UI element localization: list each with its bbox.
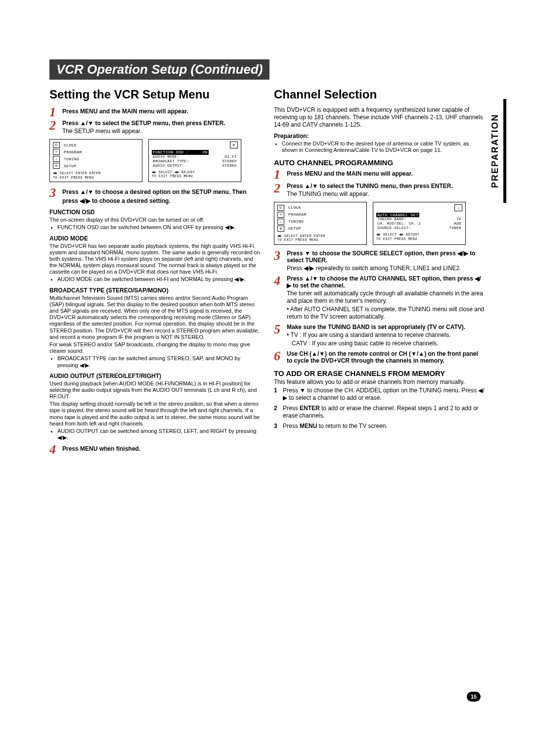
osd-screenshots: ⏲CLOCK ≡PROGRAM ♪TUNING ⚙SETUP ◀▶ SELECT… (49, 139, 260, 182)
list-item: 3Press MENU to return to the TV screen. (274, 423, 485, 430)
bullet-item: AUDIO OUTPUT can be switched among STERE… (57, 428, 260, 441)
osd-item: CLOCK (64, 143, 77, 148)
osd-footer: ◀▶ SELECT ◀▶ ADJUSTTO EXIT PRESS MENU (376, 233, 462, 241)
body-text: This feature allows you to add or erase … (274, 378, 485, 386)
memory-head: TO ADD OR ERASE CHANNELS FROM MEMORY (274, 369, 485, 378)
right-heading: Channel Selection (274, 88, 485, 101)
bullet-item: FUNCTION OSD can be switched between ON … (57, 224, 260, 231)
setup-icon: ⚙ (53, 163, 60, 169)
osd-setup-menu: ⚙ FUNCTION OSD : ON AUDIO MODE:HI-FI BRO… (148, 139, 241, 182)
step-text: Press ▼ to choose the SOURCE SELECT opti… (287, 250, 485, 264)
osd-tuning-menu: ♪ AUTO CHANNEL SET TUNING BAND:TV CH. AD… (373, 202, 466, 245)
step-text: Press ▲/▼ to choose a desired option on … (62, 189, 246, 204)
left-step-3: 3 Press ▲/▼ to choose a desired option o… (49, 187, 260, 205)
clock-icon: ⏲ (53, 142, 60, 148)
step-number-icon: 5 (274, 324, 284, 335)
osd-item: BROADCAST TYPE:STEREO (152, 159, 238, 164)
program-icon: ≡ (277, 212, 284, 218)
program-icon: ≡ (53, 149, 60, 155)
right-step-6: 6 Use CH (▲/▼) on the remote control or … (274, 350, 485, 364)
osd-item: CLOCK (288, 205, 301, 210)
osd-item: CH. ADD/DEL: CH. 2ADD (376, 222, 462, 226)
tuning-icon: ♪ (277, 219, 284, 225)
step-text: Press MENU and the MAIN menu will appear… (62, 108, 188, 115)
bullet-item: AUDIO MODE can be switched between HI-FI… (57, 276, 260, 283)
step-number-icon: 1 (49, 106, 59, 118)
osd-main-menu: ⏲CLOCK ≡PROGRAM ♪TUNING ⚙SETUP ◀▶ SELECT… (274, 202, 367, 245)
step-subtext: The TUNING menu will appear. (287, 190, 485, 198)
subhead-function-osd: FUNCTION OSD (49, 209, 260, 216)
step-number-icon: 4 (274, 275, 284, 286)
body-text: The on-screen display of this DVD+VCR ca… (49, 217, 260, 223)
osd-footer: ◀▶ SELECT ENTER ENTERTO EXIT PRESS MENU (53, 171, 139, 180)
osd-item: SETUP (64, 164, 77, 169)
body-text: Multichannel Television Sound (MTS) carr… (49, 295, 260, 340)
step-number-icon: 6 (274, 350, 284, 362)
step-subtext: CATV : If you are using basic cable to r… (292, 340, 485, 347)
setup-icon: ⚙ (277, 226, 284, 232)
osd-item: TUNING (288, 219, 304, 224)
page-number: 15 (467, 692, 481, 702)
list-item: 2Press ENTER to add or erase the channel… (274, 405, 485, 420)
body-text: The DVD+VCR has two separate audio playb… (49, 243, 260, 276)
preparation-head: Preparation: (274, 133, 485, 140)
left-step-1: 1 Press MENU and the MAIN menu will appe… (49, 106, 260, 118)
list-item: 1Press ▼ to choose the CH. ADD/DEL optio… (274, 387, 485, 402)
left-heading: Setting the VCR Setup Menu (49, 88, 260, 101)
left-step-4: 4 Press MENU when finished. (49, 444, 260, 455)
step-text: Press MENU when finished. (62, 445, 140, 452)
left-column: Setting the VCR Setup Menu 1 Press MENU … (49, 85, 260, 458)
osd-item: PROGRAM (64, 150, 82, 155)
osd-item: AUDIO OUTPUT:STEREO (152, 164, 238, 168)
osd-highlight: FUNCTION OSD : ON (152, 150, 209, 155)
manual-page: VCR Operation Setup (Continued) Setting … (0, 0, 534, 487)
step-text: Use CH (▲/▼) on the remote control or CH… (287, 350, 485, 364)
step-number-icon: 2 (274, 183, 284, 194)
step-number-icon: 4 (49, 444, 59, 455)
body-text: Used during playback [when AUDIO MODE (H… (49, 380, 260, 400)
tuning-icon: ♪ (53, 156, 60, 162)
setup-icon: ⚙ (230, 142, 238, 148)
osd-item: PROGRAM (288, 212, 306, 217)
right-step-2: 2 Press ▲/▼ to select the TUNING menu, t… (274, 183, 485, 199)
osd-item: TUNING BAND:TV (376, 217, 462, 222)
tuning-icon: ♪ (454, 204, 462, 211)
osd-item: TUNING (64, 157, 79, 162)
section-tab: PREPARATION (489, 99, 506, 203)
step-number-icon: 3 (49, 187, 59, 198)
right-step-3: 3 Press ▼ to choose the SOURCE SELECT op… (274, 250, 485, 273)
auto-channel-head: AUTO CHANNEL PROGRAMMING (274, 158, 485, 167)
subhead-broadcast-type: BROADCAST TYPE (STEREO/SAP/MONO) (49, 287, 260, 294)
osd-item: SETUP (288, 226, 301, 231)
two-column-layout: Setting the VCR Setup Menu 1 Press MENU … (49, 85, 485, 458)
bullet-item: Connect the DVD+VCR to the desired type … (282, 141, 485, 153)
osd-screenshots: ⏲CLOCK ≡PROGRAM ♪TUNING ⚙SETUP ◀▶ SELECT… (274, 202, 485, 245)
osd-item: AUDIO MODE:HI-FI (152, 155, 238, 159)
step-text: Press MENU and the MAIN menu will appear… (287, 170, 413, 177)
step-text: Press ▲/▼ to select the TUNING menu, the… (287, 183, 485, 189)
page-title-bar: VCR Operation Setup (Continued) (49, 59, 269, 80)
right-step-1: 1 Press MENU and the MAIN menu will appe… (274, 169, 485, 180)
subhead-audio-mode: AUDIO MODE (49, 235, 260, 242)
left-step-2: 2 Press ▲/▼ to select the SETUP menu, th… (49, 120, 260, 136)
step-text: Press ▲/▼ to select the SETUP menu, then… (62, 120, 260, 127)
step-subtext: • After AUTO CHANNEL SET is complete, th… (287, 306, 485, 321)
osd-highlight: AUTO CHANNEL SET (376, 213, 419, 218)
step-number-icon: 2 (49, 120, 59, 131)
osd-footer: ◀▶ SELECT ◀▶ ADJUSTTO EXIT PRESS MENU (152, 170, 238, 179)
right-column: Channel Selection This DVD+VCR is equipp… (274, 85, 485, 458)
right-step-5: 5 Make sure the TUNING BAND is set appro… (274, 324, 485, 348)
osd-item: SOURCE SELECT:TUNER (376, 226, 462, 231)
osd-main-menu: ⏲CLOCK ≡PROGRAM ♪TUNING ⚙SETUP ◀▶ SELECT… (49, 139, 142, 182)
step-subtext: • TV : If you are using a standard anten… (287, 331, 485, 339)
numbered-list: 1Press ▼ to choose the CH. ADD/DEL optio… (274, 387, 485, 430)
step-subtext: The SETUP menu will appear. (62, 128, 260, 135)
body-text: For weak STEREO and/or SAP broadcasts, c… (49, 341, 260, 354)
step-text: Press ▲/▼ to choose the AUTO CHANNEL SET… (287, 275, 485, 289)
step-subtext: The tuner will automatically cycle throu… (287, 290, 485, 305)
bullet-item: BROADCAST TYPE can be switched among STE… (57, 355, 260, 368)
clock-icon: ⏲ (277, 205, 284, 211)
step-number-icon: 1 (274, 169, 284, 180)
step-number-icon: 3 (274, 250, 284, 261)
body-text: This DVD+VCR is equipped with a frequenc… (274, 106, 485, 129)
